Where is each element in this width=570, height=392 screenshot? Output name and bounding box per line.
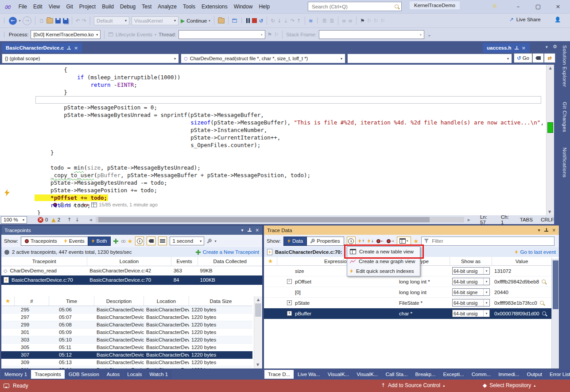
search-icon[interactable] bbox=[395, 4, 399, 8]
outdent-icon[interactable] bbox=[349, 18, 353, 24]
dropdown-icon[interactable] bbox=[483, 289, 489, 295]
open-folder-icon[interactable] bbox=[47, 18, 53, 23]
code-text[interactable]: { if (msleep_interruptible(1000)) return… bbox=[37, 66, 544, 216]
panel-tab[interactable]: Tracepoints bbox=[31, 370, 65, 379]
menu-item[interactable]: Test bbox=[139, 2, 155, 12]
tracepoint-row[interactable]: CharDevDemo_read BasicCharacterDevice.c:… bbox=[1, 266, 262, 276]
add-to-source-control-button[interactable]: Add to Source Control bbox=[381, 382, 445, 388]
show-labels-toggle[interactable] bbox=[147, 237, 155, 245]
live-share-button[interactable]: Live Share bbox=[509, 16, 541, 23]
menu-item[interactable]: Window bbox=[231, 2, 256, 12]
dropdown-icon[interactable] bbox=[483, 310, 489, 317]
close-icon[interactable] bbox=[256, 228, 259, 233]
event-row[interactable]: 311 05:14 BasicCharacterDevic BasicChara… bbox=[1, 366, 252, 369]
restart-icon[interactable] bbox=[259, 18, 264, 24]
dropdown-icon[interactable] bbox=[483, 299, 489, 306]
panel-tab[interactable]: Trace D... bbox=[264, 370, 294, 379]
menu-item[interactable]: Edit bbox=[30, 2, 46, 12]
stack-frame-combo[interactable] bbox=[319, 30, 424, 39]
close-button[interactable] bbox=[549, 3, 567, 10]
show-as-combo[interactable]: 64-bit signe bbox=[452, 288, 490, 296]
event-row[interactable]: 305 05:11 BasicCharacterDevic BasicChara… bbox=[1, 344, 252, 351]
goto-tracepoint-button[interactable] bbox=[376, 239, 384, 243]
events-grid-header[interactable]: # Time Description Location Data Size bbox=[1, 296, 252, 306]
toggle-both[interactable]: Both bbox=[88, 237, 111, 245]
magnifier-icon[interactable] bbox=[540, 301, 544, 305]
wrench-dropdown-icon[interactable] bbox=[214, 239, 216, 243]
add-tracepoint-icon[interactable] bbox=[113, 239, 118, 244]
column-header[interactable]: Events bbox=[171, 257, 198, 266]
show-as-combo[interactable]: 64-bit unsig bbox=[452, 278, 490, 285]
toggle-properties[interactable]: Properties bbox=[306, 237, 343, 245]
horizontal-scrollbar[interactable] bbox=[96, 217, 464, 222]
magnifier-icon[interactable] bbox=[542, 311, 546, 315]
scroll-up-icon[interactable] bbox=[547, 66, 554, 70]
clear-bookmarks-icon[interactable] bbox=[380, 18, 385, 24]
solution-name[interactable]: KernelTraceDemo bbox=[410, 1, 460, 9]
show-info-toggle[interactable]: i bbox=[135, 237, 144, 245]
menu-item[interactable]: Git bbox=[63, 2, 76, 12]
column-header[interactable]: Location bbox=[144, 296, 189, 306]
scroll-thumb[interactable] bbox=[255, 303, 261, 317]
editor-vertical-scrollbar[interactable] bbox=[546, 65, 554, 215]
prev-bookmark-icon[interactable] bbox=[367, 18, 372, 24]
toolbar-grip[interactable] bbox=[3, 18, 6, 23]
star-icon[interactable] bbox=[414, 238, 419, 245]
go-to-last-event-link[interactable]: Go to last event bbox=[515, 249, 556, 255]
hscroll-thumb[interactable] bbox=[98, 217, 430, 222]
settings-sync-icon[interactable] bbox=[492, 2, 497, 10]
expander-icon[interactable]: − bbox=[287, 279, 292, 284]
trace-position-marker[interactable] bbox=[547, 122, 553, 133]
panel-tab[interactable]: Immedi... bbox=[495, 370, 523, 379]
settings-wrench-icon[interactable] bbox=[207, 239, 212, 244]
pin-icon[interactable] bbox=[67, 46, 71, 50]
undo-icon[interactable] bbox=[76, 18, 80, 24]
side-tab[interactable]: Git Changes bbox=[560, 101, 569, 133]
member-combo[interactable]: CharDevDemo_read(struct file *, char *, … bbox=[181, 54, 345, 63]
column-header[interactable]: # bbox=[15, 296, 49, 306]
menu-item[interactable]: Build bbox=[99, 2, 117, 12]
toggle-data[interactable]: Data bbox=[284, 237, 306, 245]
panel-tab[interactable]: VisualK... bbox=[353, 370, 381, 379]
stop-debugging-icon[interactable] bbox=[252, 18, 257, 23]
menu-item[interactable]: View bbox=[46, 2, 63, 12]
show-as-combo[interactable]: 64-bit unsig bbox=[452, 267, 490, 275]
tab-list-dropdown-icon[interactable] bbox=[546, 45, 548, 49]
select-repository-button[interactable]: Select Repository bbox=[483, 382, 535, 388]
hscroll-right-icon[interactable] bbox=[468, 218, 470, 222]
step-return-icon[interactable] bbox=[297, 18, 301, 24]
menu-item[interactable]: Debug bbox=[117, 2, 139, 12]
save-all-icon[interactable] bbox=[63, 18, 68, 23]
feedback-icon[interactable] bbox=[554, 16, 561, 23]
menu-item[interactable]: Tools bbox=[180, 2, 198, 12]
maximize-button[interactable] bbox=[529, 3, 547, 10]
side-tab[interactable]: Solution Explorer bbox=[560, 44, 569, 88]
platform-combo[interactable]: VisualKernel bbox=[132, 16, 178, 25]
event-row[interactable]: 297 05:07 BasicCharacterDevic BasicChara… bbox=[1, 314, 252, 321]
trace-data-row[interactable]: + pBuffer char * 64-bit unsig 0x00007f8f… bbox=[264, 308, 559, 319]
indent-icon[interactable] bbox=[342, 18, 346, 24]
interval-combo[interactable]: 1 second bbox=[170, 237, 204, 245]
trace-icon[interactable] bbox=[309, 18, 313, 24]
window-layout-icon[interactable] bbox=[232, 18, 237, 24]
create-tracepoint-link[interactable]: Create a New Tracepoint bbox=[196, 249, 259, 255]
menu-item[interactable]: Project bbox=[76, 2, 99, 12]
toggle-events[interactable]: Events bbox=[61, 237, 88, 245]
prev-event-button[interactable] bbox=[358, 239, 365, 243]
zoom-combo[interactable]: 100 % bbox=[1, 216, 27, 224]
code-editor[interactable]: { if (msleep_interruptible(1000)) return… bbox=[0, 65, 546, 215]
trace-data-panel-header[interactable]: Trace Data bbox=[264, 225, 559, 235]
search-input[interactable] bbox=[311, 4, 395, 10]
feedback-bubble-icon[interactable] bbox=[4, 384, 9, 388]
column-header[interactable]: Value bbox=[492, 257, 552, 266]
menu-item[interactable]: Help bbox=[256, 2, 273, 12]
panel-tab[interactable]: Comm... bbox=[468, 370, 494, 379]
filter-box[interactable] bbox=[421, 237, 554, 246]
back-dropdown-icon[interactable] bbox=[19, 19, 21, 23]
event-row[interactable]: 303 05:10 BasicCharacterDevic BasicChara… bbox=[1, 336, 252, 344]
column-header[interactable]: Description bbox=[94, 296, 144, 306]
panel-tab[interactable]: GDB Session bbox=[65, 370, 103, 379]
column-header[interactable]: Data Collected bbox=[198, 257, 263, 266]
panel-tab[interactable]: Memory 1 bbox=[1, 370, 31, 379]
context-menu-item[interactable]: Edit quick search indexes bbox=[347, 266, 420, 276]
